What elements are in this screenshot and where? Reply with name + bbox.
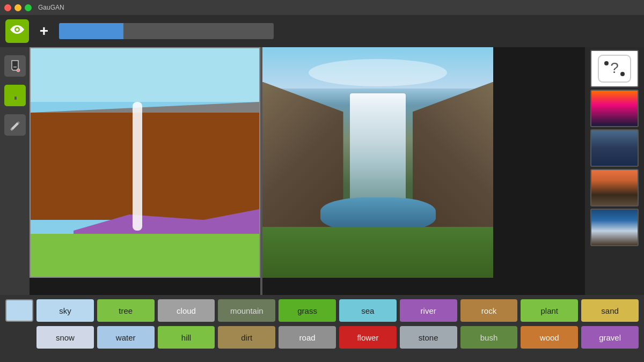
svg-point-7 — [604, 61, 609, 65]
ground-green — [262, 227, 493, 278]
main-area: ? — [0, 47, 644, 295]
plant-label-button[interactable]: plant — [521, 299, 578, 322]
svg-rect-3 — [14, 90, 17, 97]
pool-visual — [320, 197, 436, 232]
result-image — [262, 47, 493, 278]
svg-point-8 — [620, 72, 625, 76]
sky-label-button[interactable]: sky — [36, 299, 94, 322]
bush-label-button[interactable]: bush — [460, 326, 518, 349]
grass-label-button[interactable]: grass — [279, 299, 336, 322]
snow-label-button[interactable]: snow — [36, 326, 94, 349]
canvas-area — [30, 47, 585, 295]
titlebar: GauGAN — [0, 0, 644, 15]
dirt-label-button[interactable]: dirt — [218, 326, 275, 349]
flower-label-button[interactable]: flower — [339, 326, 397, 349]
road-label-button[interactable]: road — [279, 326, 336, 349]
labels-row-2: snow water hill dirt road flower stone b… — [5, 326, 639, 349]
toolbar: + — [0, 15, 644, 47]
nvidia-icon — [10, 24, 25, 38]
rock-label-button[interactable]: rock — [460, 299, 518, 322]
close-button[interactable] — [4, 4, 11, 11]
svg-point-1 — [16, 28, 19, 31]
sky-segment — [31, 48, 259, 102]
gravel-label-button[interactable]: gravel — [581, 326, 639, 349]
color-swatch[interactable] — [5, 299, 33, 322]
progress-bar-container — [59, 23, 274, 39]
cloud-label-button[interactable]: cloud — [158, 299, 215, 322]
waterfall-scene — [262, 47, 493, 278]
ocean-thumbnail[interactable] — [590, 209, 639, 246]
grass-segment — [31, 234, 259, 277]
dirt-segment — [31, 113, 259, 220]
tools-panel — [0, 47, 30, 295]
labels-row-1: sky tree cloud mountain grass sea river … — [5, 299, 639, 322]
labels-section: sky tree cloud mountain grass sea river … — [0, 295, 644, 362]
tree-label-button[interactable]: tree — [97, 299, 155, 322]
app-title: GauGAN — [38, 4, 64, 11]
sky-thumbnail[interactable] — [590, 129, 639, 167]
waterfall-segment — [133, 102, 142, 231]
mountain-label-button[interactable]: mountain — [218, 299, 275, 322]
stone-label-button[interactable]: stone — [400, 326, 457, 349]
pencil-tool-button[interactable] — [4, 114, 26, 136]
svg-text:?: ? — [610, 60, 619, 76]
brush-tool-button[interactable] — [4, 85, 26, 106]
sea-label-button[interactable]: sea — [339, 299, 397, 322]
thumbnails-panel: ? — [585, 47, 644, 295]
sunset-thumbnail[interactable] — [590, 90, 639, 127]
svg-rect-4 — [14, 97, 17, 100]
sand-label-button[interactable]: sand — [581, 299, 639, 322]
warm-thumbnail[interactable] — [590, 169, 639, 206]
waterfall-visual — [350, 93, 405, 209]
river-label-button[interactable]: river — [400, 299, 457, 322]
wood-label-button[interactable]: wood — [521, 326, 578, 349]
svg-point-2 — [17, 69, 20, 72]
minimize-button[interactable] — [14, 4, 21, 11]
add-button[interactable]: + — [34, 21, 54, 41]
hill-label-button[interactable]: hill — [158, 326, 215, 349]
fill-tool-button[interactable] — [4, 55, 26, 77]
water-label-button[interactable]: water — [97, 326, 155, 349]
random-thumbnail[interactable]: ? — [590, 50, 639, 87]
nvidia-logo — [5, 19, 29, 43]
progress-bar-fill — [59, 23, 123, 39]
cloud-visual — [309, 59, 447, 87]
drawing-canvas[interactable] — [30, 47, 260, 278]
maximize-button[interactable] — [25, 4, 32, 11]
